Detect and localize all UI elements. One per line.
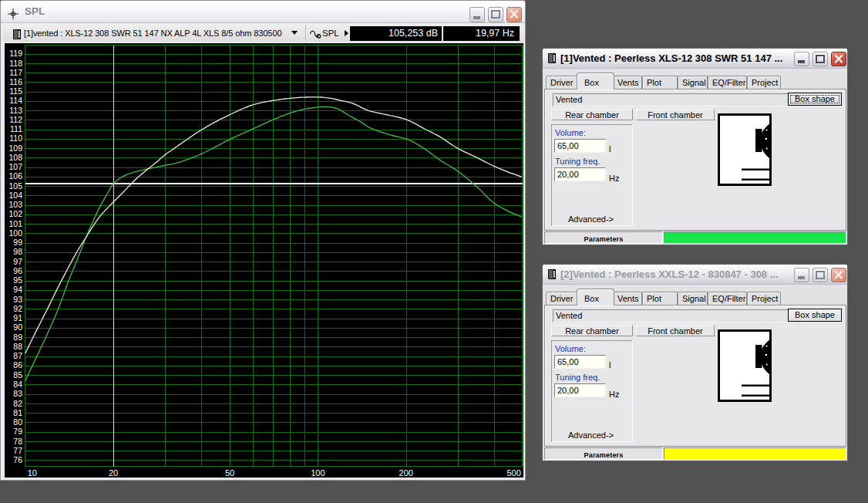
- svg-text:79: 79: [13, 427, 22, 436]
- svg-text:110: 110: [9, 133, 22, 143]
- svg-text:85: 85: [13, 370, 22, 380]
- svg-text:100: 100: [8, 228, 22, 238]
- svg-text:94: 94: [13, 285, 22, 294]
- svg-text:101: 101: [8, 219, 22, 228]
- svg-text:50: 50: [225, 468, 234, 478]
- svg-text:78: 78: [13, 437, 22, 446]
- svg-text:108: 108: [8, 153, 22, 162]
- svg-text:88: 88: [13, 342, 22, 351]
- svg-text:87: 87: [13, 351, 22, 360]
- svg-text:109: 109: [8, 143, 22, 153]
- svg-text:113: 113: [9, 106, 22, 115]
- svg-text:93: 93: [13, 295, 22, 304]
- svg-text:116: 116: [9, 77, 22, 86]
- svg-text:91: 91: [13, 313, 22, 322]
- svg-text:96: 96: [13, 266, 22, 275]
- svg-text:99: 99: [13, 238, 22, 247]
- svg-text:84: 84: [13, 380, 22, 389]
- svg-text:90: 90: [13, 322, 22, 332]
- svg-text:104: 104: [8, 191, 22, 200]
- svg-text:97: 97: [13, 257, 22, 266]
- svg-text:107: 107: [8, 162, 22, 171]
- svg-text:115: 115: [9, 86, 22, 96]
- svg-text:118: 118: [9, 59, 22, 68]
- svg-text:80: 80: [13, 417, 22, 427]
- svg-text:10: 10: [28, 468, 37, 478]
- svg-text:500: 500: [506, 468, 520, 478]
- svg-text:86: 86: [13, 360, 22, 370]
- svg-text:112: 112: [9, 115, 22, 124]
- svg-text:114: 114: [9, 96, 22, 105]
- svg-text:95: 95: [13, 275, 22, 285]
- svg-text:77: 77: [13, 446, 22, 455]
- svg-text:83: 83: [13, 389, 22, 398]
- svg-text:102: 102: [8, 209, 22, 218]
- svg-text:111: 111: [10, 124, 22, 133]
- svg-text:119: 119: [9, 49, 22, 58]
- svg-text:89: 89: [13, 333, 22, 342]
- svg-text:200: 200: [399, 468, 413, 478]
- svg-text:82: 82: [13, 399, 22, 408]
- svg-text:106: 106: [8, 171, 22, 181]
- svg-text:76: 76: [13, 455, 22, 464]
- svg-text:81: 81: [13, 408, 22, 417]
- svg-text:103: 103: [8, 200, 22, 209]
- svg-text:20: 20: [109, 468, 118, 478]
- svg-text:100: 100: [311, 468, 325, 478]
- svg-text:98: 98: [13, 247, 22, 256]
- svg-text:117: 117: [9, 68, 22, 77]
- svg-text:92: 92: [13, 304, 22, 313]
- svg-text:105: 105: [8, 181, 22, 191]
